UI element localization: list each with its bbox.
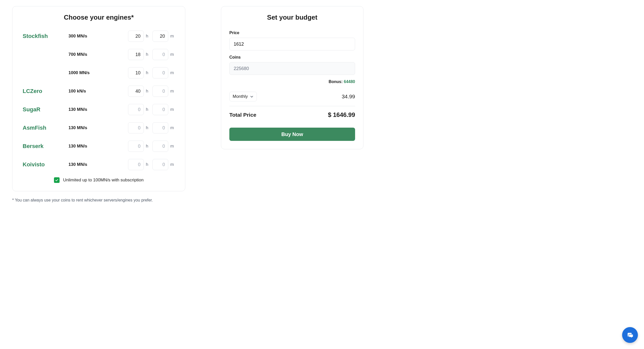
hours-input[interactable]: [128, 159, 144, 170]
price-input[interactable]: [229, 38, 355, 50]
engines-title: Choose your engines*: [23, 14, 175, 21]
minutes-unit: m: [170, 34, 175, 39]
plan-selected-label: Monthly: [233, 94, 248, 99]
engine-name: Stockfish: [23, 33, 68, 39]
minutes-input[interactable]: [152, 86, 168, 97]
minutes-unit: m: [170, 52, 175, 57]
hours-input[interactable]: [128, 104, 144, 115]
hours-input[interactable]: [128, 86, 144, 97]
plan-row: Monthly 34.99: [229, 92, 355, 106]
minutes-input[interactable]: [152, 31, 168, 42]
minutes-input[interactable]: [152, 67, 168, 78]
unlimited-label: Unlimited up to 100MN/s with subscriptio…: [63, 178, 144, 183]
coins-input: [229, 62, 355, 75]
time-group: hm: [104, 141, 175, 152]
coins-label: Coins: [229, 55, 355, 60]
engine-row: Berserk130 MN/shm: [23, 141, 175, 152]
engine-row: 700 MN/shm: [23, 49, 175, 60]
hours-unit: h: [146, 34, 150, 39]
engines-footnote: * You can always use your coins to rent …: [12, 198, 185, 203]
minutes-unit: m: [170, 70, 175, 75]
engine-row: 1000 MN/shm: [23, 67, 175, 78]
total-row: Total Price $ 1646.99: [229, 111, 355, 118]
check-icon: [55, 178, 59, 182]
engine-speed: 300 MN/s: [68, 34, 104, 39]
hours-unit: h: [146, 107, 150, 112]
engine-speed: 130 MN/s: [68, 107, 104, 112]
hours-input[interactable]: [128, 141, 144, 152]
total-value: $ 1646.99: [328, 111, 355, 118]
engine-name: Berserk: [23, 143, 68, 150]
chevron-down-icon: [250, 95, 254, 98]
bonus-label: Bonus:: [329, 79, 344, 84]
minutes-input[interactable]: [152, 104, 168, 115]
hours-unit: h: [146, 89, 150, 94]
engine-row: AsmFish130 MN/shm: [23, 122, 175, 133]
engine-row: Koivisto130 MN/shm: [23, 159, 175, 170]
unlimited-checkbox[interactable]: [54, 177, 60, 183]
hours-unit: h: [146, 144, 150, 149]
time-group: hm: [104, 104, 175, 115]
bonus-row: Bonus: 64480: [229, 79, 355, 84]
minutes-input[interactable]: [152, 159, 168, 170]
time-group: hm: [104, 67, 175, 78]
engine-row: Stockfish300 MN/shm: [23, 31, 175, 42]
bonus-value: 64480: [344, 79, 355, 84]
hours-input[interactable]: [128, 122, 144, 133]
minutes-unit: m: [170, 162, 175, 167]
engine-speed: 130 MN/s: [68, 144, 104, 149]
hours-unit: h: [146, 52, 150, 57]
minutes-input[interactable]: [152, 122, 168, 133]
total-label: Total Price: [229, 112, 256, 118]
minutes-unit: m: [170, 107, 175, 112]
engine-row: LCZero100 kN/shm: [23, 86, 175, 97]
engine-row: SugaR130 MN/shm: [23, 104, 175, 115]
engines-card: Choose your engines* Stockfish300 MN/shm…: [12, 6, 185, 191]
hours-unit: h: [146, 70, 150, 75]
buy-now-button[interactable]: Buy Now: [229, 128, 355, 141]
hours-input[interactable]: [128, 67, 144, 78]
engine-name: Koivisto: [23, 161, 68, 168]
minutes-unit: m: [170, 125, 175, 130]
plan-select[interactable]: Monthly: [229, 92, 257, 101]
minutes-input[interactable]: [152, 141, 168, 152]
time-group: hm: [104, 159, 175, 170]
budget-card: Set your budget Price Coins Bonus: 64480…: [221, 6, 363, 149]
hours-unit: h: [146, 125, 150, 130]
minutes-unit: m: [170, 89, 175, 94]
hours-input[interactable]: [128, 31, 144, 42]
plan-price: 34.99: [342, 93, 355, 100]
minutes-unit: m: [170, 144, 175, 149]
engine-name: AsmFish: [23, 125, 68, 131]
engine-speed: 1000 MN/s: [68, 70, 104, 75]
time-group: hm: [104, 86, 175, 97]
minutes-input[interactable]: [152, 49, 168, 60]
hours-input[interactable]: [128, 49, 144, 60]
time-group: hm: [104, 31, 175, 42]
unlimited-row: Unlimited up to 100MN/s with subscriptio…: [23, 177, 175, 183]
engine-speed: 700 MN/s: [68, 52, 104, 57]
engine-speed: 130 MN/s: [68, 125, 104, 130]
engine-speed: 130 MN/s: [68, 162, 104, 167]
engine-name: SugaR: [23, 106, 68, 113]
engine-name: LCZero: [23, 88, 68, 95]
budget-title: Set your budget: [229, 14, 355, 21]
price-label: Price: [229, 31, 355, 35]
time-group: hm: [104, 122, 175, 133]
time-group: hm: [104, 49, 175, 60]
hours-unit: h: [146, 162, 150, 167]
engine-speed: 100 kN/s: [68, 89, 104, 94]
